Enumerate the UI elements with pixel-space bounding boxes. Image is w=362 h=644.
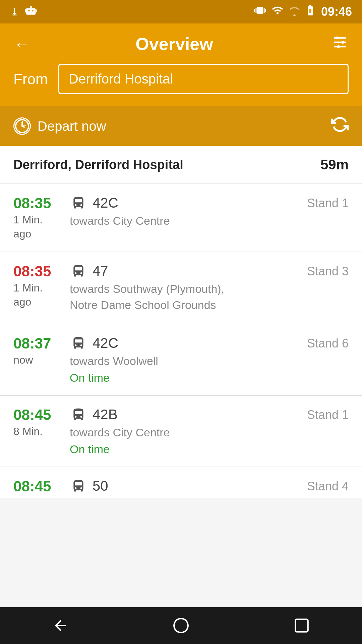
bus-number: 50 — [93, 478, 108, 494]
depart-bar: Depart now — [0, 106, 362, 146]
header-top: ← Overview — [13, 34, 349, 54]
recents-nav-button[interactable] — [288, 612, 315, 639]
battery-icon — [304, 4, 316, 19]
home-nav-button[interactable] — [168, 612, 194, 639]
stand: Stand 4 — [295, 478, 349, 493]
bus-info: 47 towards Southway (Plymouth),Notre Dam… — [70, 263, 286, 313]
clock-icon — [13, 117, 31, 135]
bus-row[interactable]: 08:37 now 42C towards Woolwell On time S… — [0, 324, 362, 396]
stop-header: Derriford, Derriford Hospital 59m — [0, 146, 362, 184]
svg-rect-5 — [25, 9, 26, 13]
bus-number: 42C — [93, 335, 118, 351]
svg-rect-6 — [36, 9, 37, 13]
bus-number-row: 42C — [70, 195, 286, 211]
time-col: 08:35 1 Min.ago — [13, 263, 60, 309]
svg-point-15 — [174, 619, 188, 633]
signal-icon — [289, 4, 300, 19]
bus-icon — [70, 479, 87, 493]
bus-icon — [70, 264, 87, 278]
refresh-icon[interactable] — [331, 116, 349, 137]
stand: Stand 3 — [295, 263, 349, 278]
bus-number-row: 47 — [70, 263, 286, 279]
bus-number-row: 50 — [70, 478, 286, 494]
depart-left: Depart now — [13, 117, 106, 135]
departure-time: 08:45 — [13, 478, 51, 495]
bus-info: 42B towards City Centre On time — [70, 407, 286, 456]
bus-destination: towards City Centre — [70, 213, 286, 229]
vibrate-icon — [254, 4, 266, 19]
on-time-status: On time — [70, 371, 286, 384]
time-ago: 1 Min.ago — [13, 281, 43, 309]
time-col: 08:37 now — [13, 335, 60, 367]
stand: Stand 6 — [295, 335, 349, 351]
bus-row[interactable]: 08:35 1 Min.ago 42C towards City Centre … — [0, 184, 362, 252]
departure-time: 08:35 — [13, 195, 51, 212]
main-content: Derriford, Derriford Hospital 59m 08:35 … — [0, 146, 362, 498]
from-label: From — [13, 71, 50, 88]
time-col: 08:45 — [13, 478, 60, 495]
depart-label: Depart now — [38, 119, 106, 134]
bus-row[interactable]: 08:35 1 Min.ago 47 towards Southway (Ply… — [0, 252, 362, 324]
departure-time: 08:37 — [13, 335, 51, 352]
bus-destination: towards City Centre — [70, 425, 286, 441]
svg-rect-16 — [295, 619, 308, 632]
stop-duration: 59m — [320, 157, 349, 173]
filter-icon[interactable] — [331, 34, 349, 54]
wifi-icon — [271, 4, 284, 19]
svg-point-11 — [341, 41, 344, 44]
departure-time: 08:35 — [13, 263, 51, 280]
bottom-navigation — [0, 607, 362, 644]
download-icon: ⤓ — [10, 5, 19, 18]
bus-number: 42B — [93, 407, 118, 423]
header: ← Overview From — [0, 23, 362, 106]
status-right: 09:46 — [254, 4, 352, 19]
robot-icon — [24, 4, 37, 19]
svg-rect-4 — [31, 7, 31, 8]
bus-destination: towards Southway (Plymouth),Notre Dame S… — [70, 281, 286, 313]
time-ago: 1 Min.ago — [13, 213, 43, 241]
bus-destination: towards Woolwell — [70, 353, 286, 369]
stand: Stand 1 — [295, 407, 349, 422]
bus-number-row: 42B — [70, 407, 286, 423]
time-ago: 8 Min. — [13, 425, 43, 439]
bus-number: 47 — [93, 263, 108, 279]
bus-info: 42C towards City Centre — [70, 195, 286, 229]
on-time-status: On time — [70, 443, 286, 456]
svg-rect-1 — [28, 10, 30, 11]
bus-number-row: 42C — [70, 335, 286, 351]
bus-row[interactable]: 08:45 50 Stand 4 — [0, 467, 362, 498]
page-title: Overview — [17, 34, 331, 54]
status-left-icons: ⤓ — [10, 4, 37, 19]
bus-info: 42C towards Woolwell On time — [70, 335, 286, 384]
stop-name: Derriford, Derriford Hospital — [13, 158, 183, 172]
svg-rect-7 — [309, 9, 311, 13]
bus-number: 42C — [93, 195, 118, 211]
from-row: From — [13, 64, 349, 94]
bus-icon — [70, 196, 87, 210]
departure-time: 08:45 — [13, 407, 51, 423]
svg-point-9 — [336, 37, 339, 40]
clock-time: 09:46 — [321, 5, 352, 19]
svg-rect-2 — [32, 10, 34, 11]
time-col: 08:45 8 Min. — [13, 407, 60, 439]
stand: Stand 1 — [295, 195, 349, 210]
bus-info: 50 — [70, 478, 286, 494]
bus-icon — [70, 407, 87, 422]
bus-row[interactable]: 08:45 8 Min. 42B towards City Centre On … — [0, 396, 362, 467]
time-ago: now — [13, 353, 33, 367]
svg-rect-0 — [26, 8, 36, 15]
svg-point-13 — [337, 45, 340, 48]
bus-icon — [70, 336, 87, 351]
from-input[interactable] — [58, 64, 349, 94]
time-col: 08:35 1 Min.ago — [13, 195, 60, 241]
back-nav-button[interactable] — [47, 612, 74, 639]
status-bar: ⤓ 09:46 — [0, 0, 362, 23]
